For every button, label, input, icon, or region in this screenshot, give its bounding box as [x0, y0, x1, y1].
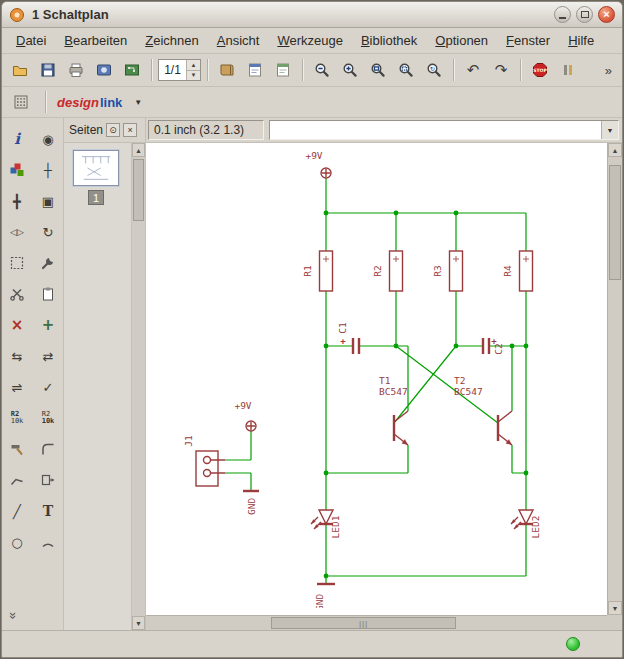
canvas-vscroll-track[interactable] [608, 157, 622, 601]
grid-button[interactable] [8, 89, 34, 115]
gnd-bottom[interactable]: GND [314, 584, 335, 608]
replace-tool-button[interactable]: ⇌ [5, 375, 29, 399]
toolbar-overflow-button[interactable]: » [600, 57, 617, 83]
gateswap-tool-button[interactable]: ⇄ [36, 344, 60, 368]
resistor-r3[interactable]: R3 [432, 251, 463, 291]
change-tool-button[interactable] [36, 251, 60, 275]
copy-tool-button[interactable]: ▣ [36, 189, 60, 213]
redo-button[interactable]: ↷ [488, 57, 514, 83]
cam-processor-button[interactable] [91, 57, 117, 83]
supply-9v-left[interactable]: +9V [234, 400, 256, 431]
open-button[interactable] [7, 57, 33, 83]
designlink-logo[interactable]: design link [57, 95, 122, 110]
run-ulp-button[interactable] [270, 57, 296, 83]
gnd-left[interactable]: GND [243, 491, 259, 515]
info-tool-button[interactable]: i [5, 127, 29, 151]
columns-button[interactable] [555, 57, 581, 83]
menu-bibliothek[interactable]: Bibliothek [352, 29, 426, 53]
menu-zeichnen[interactable]: Zeichnen [136, 29, 208, 53]
zoom-redraw-button[interactable]: ↻ [421, 57, 447, 83]
group-tool-button[interactable] [5, 251, 29, 275]
invoke-tool-button[interactable] [36, 468, 60, 492]
menu-datei[interactable]: Datei [7, 29, 55, 53]
zoom-select-button[interactable] [393, 57, 419, 83]
save-button[interactable] [35, 57, 61, 83]
resistor-r2[interactable]: R2 [372, 251, 403, 291]
zoom-fit-button[interactable] [365, 57, 391, 83]
sheet-spin-up-button[interactable]: ▲ [187, 60, 200, 71]
command-input[interactable] [270, 121, 601, 139]
mark-tool-button[interactable]: ┼ [36, 158, 60, 182]
zoom-in-button[interactable] [337, 57, 363, 83]
maximize-button[interactable] [576, 6, 593, 23]
page-thumbnail[interactable] [73, 150, 119, 186]
canvas-hscroll-track[interactable]: ||| [146, 616, 607, 630]
name-tool-button[interactable]: R210k [5, 406, 29, 430]
rotate-tool-button[interactable]: ↻ [36, 220, 60, 244]
sheet-spin-down-button[interactable]: ▼ [187, 71, 200, 81]
capacitor-c2[interactable]: + C2 [483, 336, 504, 355]
mirror-tool-button[interactable]: ◁▷ [5, 220, 29, 244]
menu-fenster[interactable]: Fenster [497, 29, 559, 53]
circle-tool-button[interactable]: ○ [5, 530, 29, 554]
display-tool-button[interactable] [5, 158, 29, 182]
net-wires[interactable] [225, 178, 528, 584]
page-number-badge[interactable]: 1 [88, 190, 104, 205]
undo-button[interactable]: ↶ [460, 57, 486, 83]
pages-close-button[interactable]: × [123, 123, 137, 137]
canvas-scroll-up-button[interactable]: ▲ [608, 143, 622, 157]
arc-tool-button[interactable] [36, 530, 60, 554]
transistor-t1[interactable]: T1 BC547 [379, 375, 408, 445]
canvas-vscroll-thumb[interactable] [609, 165, 621, 280]
pages-scroll-up-button[interactable]: ▲ [132, 143, 145, 157]
stop-button[interactable]: STOP [527, 57, 553, 83]
cut-tool-button[interactable] [5, 282, 29, 306]
menu-bearbeiten[interactable]: Bearbeiten [55, 29, 136, 53]
use-library-button[interactable] [214, 57, 240, 83]
board-editor-button[interactable] [119, 57, 145, 83]
script-button[interactable] [242, 57, 268, 83]
print-button[interactable] [63, 57, 89, 83]
miter-tool-button[interactable] [36, 437, 60, 461]
resistor-r1[interactable]: R1 [302, 251, 333, 291]
value-tool-button[interactable]: R210k [36, 406, 60, 430]
paste-tool-button[interactable] [36, 282, 60, 306]
delete-tool-button[interactable]: × [5, 313, 29, 337]
wire-tool-button[interactable]: ╱ [5, 499, 29, 523]
menu-optionen[interactable]: Optionen [426, 29, 497, 53]
pinswap-tool-button[interactable]: ⇆ [5, 344, 29, 368]
show-tool-button[interactable]: ◉ [36, 127, 60, 151]
text-tool-button[interactable]: T [36, 499, 60, 523]
titlebar[interactable]: 1 Schaltplan × [2, 2, 622, 28]
canvas-vscrollbar[interactable]: ▲ ▼ [607, 143, 622, 615]
transistor-t2[interactable]: T2 BC547 [454, 375, 512, 445]
palette-expander-button[interactable]: » [2, 608, 17, 623]
split-tool-button[interactable] [5, 468, 29, 492]
canvas-hscrollbar[interactable]: ||| [146, 615, 607, 630]
menu-ansicht[interactable]: Ansicht [208, 29, 269, 53]
zoom-in-icon [342, 62, 358, 78]
canvas-scroll-down-button[interactable]: ▼ [608, 601, 622, 615]
smash-tool-button[interactable] [5, 437, 29, 461]
supply-9v-top[interactable]: +9V [305, 150, 331, 178]
menu-hilfe[interactable]: Hilfe [559, 29, 603, 53]
pages-scroll-down-button[interactable]: ▼ [132, 616, 145, 630]
zoom-out-button[interactable] [309, 57, 335, 83]
add-tool-button[interactable]: + [36, 313, 60, 337]
minimize-button[interactable] [554, 6, 571, 23]
close-button[interactable]: × [598, 6, 615, 23]
pages-scroll-thumb[interactable] [133, 159, 144, 221]
canvas-hscroll-thumb[interactable]: ||| [271, 617, 456, 629]
move-tool-button[interactable]: ╋ [5, 189, 29, 213]
schematic-canvas[interactable]: +9V R1 R2 [146, 143, 607, 615]
connector-j1[interactable]: J1 [183, 435, 225, 486]
pages-float-button[interactable]: ⊙ [106, 123, 120, 137]
designlink-dropdown-button[interactable]: ▼ [129, 95, 147, 110]
combo-dropdown-button[interactable]: ▼ [601, 121, 618, 139]
resistor-r4[interactable]: R4 [502, 251, 533, 291]
pages-scrollbar[interactable]: ▲ ▼ [132, 143, 146, 630]
pages-scroll-track[interactable] [132, 157, 145, 616]
menu-werkzeuge[interactable]: Werkzeuge [268, 29, 352, 53]
erc-tool-button[interactable]: ✓ [36, 375, 60, 399]
capacitor-c1[interactable]: + C1 [337, 322, 359, 354]
